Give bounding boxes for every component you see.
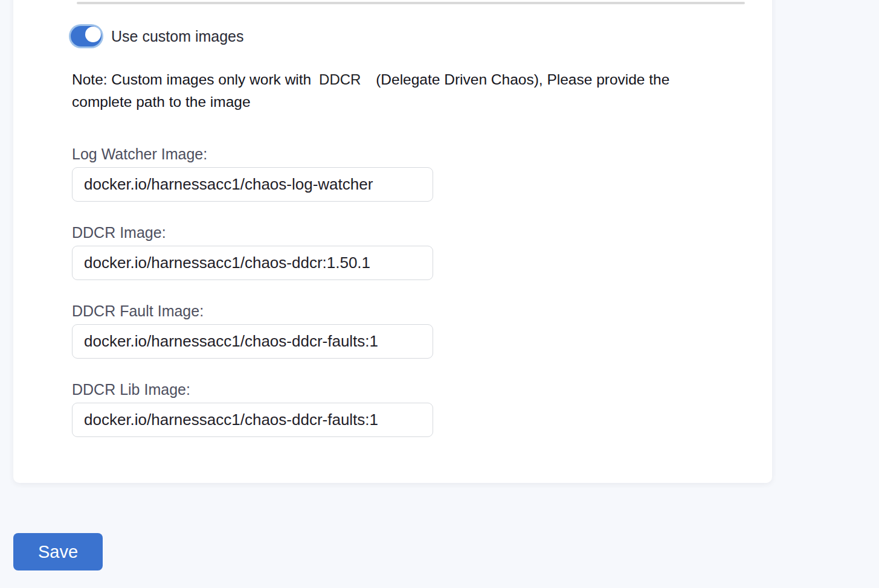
log-watcher-image-label: Log Watcher Image: <box>72 145 433 163</box>
toggle-knob <box>85 27 101 42</box>
ddcr-fault-image-input[interactable] <box>72 324 433 359</box>
ddcr-lib-image-input[interactable] <box>72 403 433 437</box>
use-custom-images-label: Use custom images <box>111 28 244 45</box>
ddcr-lib-image-group: DDCR Lib Image: <box>72 380 433 437</box>
section-divider <box>77 2 745 4</box>
ddcr-image-input[interactable] <box>72 246 433 280</box>
log-watcher-image-input[interactable] <box>72 167 433 202</box>
ddcr-fault-image-group: DDCR Fault Image: <box>72 302 433 359</box>
save-button[interactable]: Save <box>13 533 103 570</box>
log-watcher-image-group: Log Watcher Image: <box>72 145 433 202</box>
use-custom-images-row: Use custom images <box>69 24 244 48</box>
ddcr-image-group: DDCR Image: <box>72 223 433 280</box>
ddcr-image-label: DDCR Image: <box>72 223 433 241</box>
custom-images-note: Note: Custom images only work with DDCR … <box>72 68 706 113</box>
note-code-ddcr: DDCR <box>319 71 361 88</box>
note-prefix: Note: Custom images only work with <box>72 71 311 88</box>
ddcr-fault-image-label: DDCR Fault Image: <box>72 302 433 320</box>
ddcr-lib-image-label: DDCR Lib Image: <box>72 380 433 398</box>
use-custom-images-toggle[interactable] <box>69 24 103 48</box>
